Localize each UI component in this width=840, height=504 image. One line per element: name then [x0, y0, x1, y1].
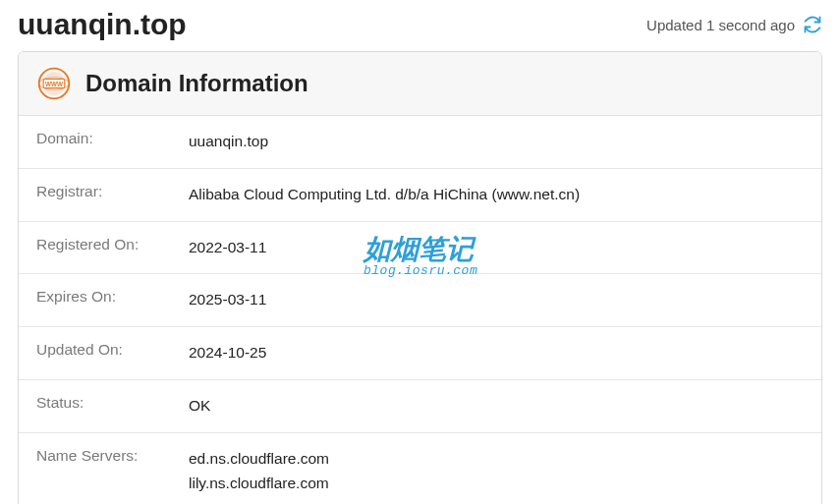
value-domain: uuanqin.top — [189, 130, 268, 154]
row-updated-on: Updated On: 2024-10-25 — [19, 326, 821, 379]
label-registered-on: Registered On: — [36, 236, 189, 260]
label-status: Status: — [36, 394, 189, 419]
domain-info-card: WWW Domain Information Domain: uuanqin.t… — [18, 51, 822, 504]
ns-2: lily.ns.cloudflare.com — [189, 472, 329, 496]
label-domain: Domain: — [36, 130, 189, 154]
row-expires-on: Expires On: 2025-03-11 — [19, 273, 821, 326]
value-updated-on: 2024-10-25 — [189, 341, 266, 365]
refresh-icon[interactable] — [803, 15, 822, 34]
label-expires-on: Expires On: — [36, 288, 189, 312]
value-registered-on: 2022-03-11 — [189, 236, 266, 260]
row-registrar: Registrar: Alibaba Cloud Computing Ltd. … — [19, 168, 821, 221]
label-updated-on: Updated On: — [36, 341, 189, 365]
www-icon: WWW — [36, 66, 72, 101]
row-status: Status: OK — [19, 379, 821, 432]
ns-1: ed.ns.cloudflare.com — [189, 447, 329, 472]
value-name-servers: ed.ns.cloudflare.com lily.ns.cloudflare.… — [189, 447, 329, 496]
card-header: WWW Domain Information — [19, 52, 821, 116]
label-name-servers: Name Servers: — [36, 447, 189, 496]
svg-text:WWW: WWW — [45, 81, 63, 87]
header-row: uuanqin.top Updated 1 second ago — [18, 8, 822, 41]
card-title: Domain Information — [85, 70, 308, 97]
row-registered-on: Registered On: 2022-03-11 — [19, 221, 821, 274]
value-expires-on: 2025-03-11 — [189, 288, 266, 312]
domain-title: uuanqin.top — [18, 8, 187, 41]
value-registrar: Alibaba Cloud Computing Ltd. d/b/a HiChi… — [189, 183, 580, 207]
updated-text: Updated 1 second ago — [646, 17, 795, 33]
row-domain: Domain: uuanqin.top — [19, 116, 821, 168]
value-status: OK — [189, 394, 210, 419]
info-table: Domain: uuanqin.top Registrar: Alibaba C… — [19, 116, 821, 504]
label-registrar: Registrar: — [36, 183, 189, 207]
updated-status: Updated 1 second ago — [646, 15, 822, 34]
row-name-servers: Name Servers: ed.ns.cloudflare.com lily.… — [19, 432, 821, 504]
